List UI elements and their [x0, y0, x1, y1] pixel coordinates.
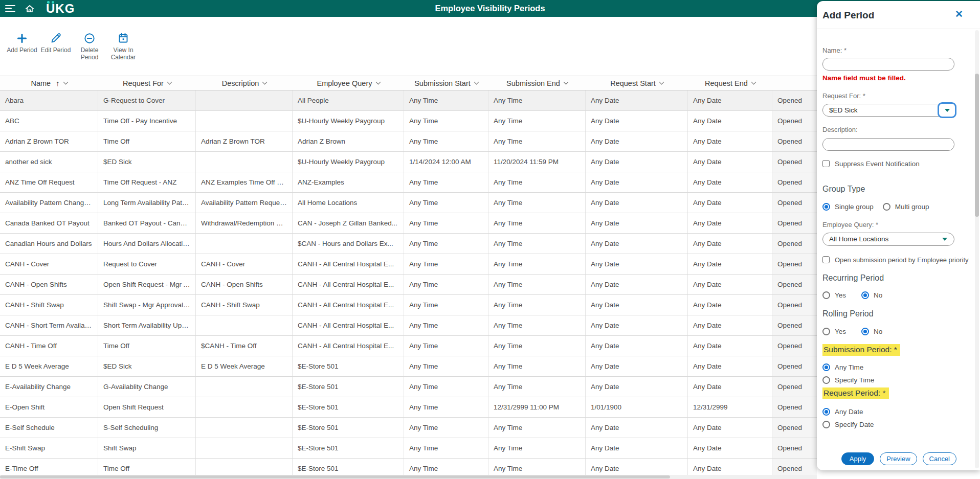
table-row[interactable]: E-Self ScheduleS-Self Scheduling$E-Store…	[0, 418, 817, 438]
column-header-description[interactable]: Description	[196, 76, 293, 90]
any-date-radio[interactable]	[822, 408, 830, 416]
chevron-down-icon[interactable]	[167, 79, 172, 84]
add-period-button[interactable]: Add Period	[6, 32, 38, 61]
panel-scrollbar[interactable]	[975, 30, 979, 468]
table-row[interactable]: E-Open ShiftOpen Shift Request$E-Store 5…	[0, 397, 817, 418]
table-cell: Any Time	[488, 111, 586, 131]
sort-ascending-icon: ↑	[56, 79, 60, 87]
suppress-event-notification-checkbox[interactable]	[822, 160, 830, 167]
name-field[interactable]	[822, 58, 954, 71]
any-time-radio[interactable]	[822, 363, 830, 371]
request-for-dropdown-button[interactable]	[938, 102, 956, 118]
table-cell: $ED Sick	[98, 152, 196, 172]
recurring-no-radio[interactable]	[861, 291, 869, 299]
table-row[interactable]: Canada Banked OT PayoutBanked OT Payout …	[0, 213, 817, 234]
table-row[interactable]: E-Availability ChangeG-Availablity Chang…	[0, 377, 817, 397]
specify-time-radio[interactable]	[822, 376, 830, 384]
edit-period-button[interactable]: Edit Period	[40, 32, 72, 61]
employee-query-dropdown[interactable]: All Home Locations	[822, 233, 954, 246]
table-cell: 12/31/2999	[688, 397, 772, 417]
rolling-yes-radio[interactable]	[822, 328, 830, 335]
chevron-down-icon[interactable]	[375, 79, 381, 84]
table-row[interactable]: ABCTime Off - Pay Incentive$U-Hourly Wee…	[0, 111, 817, 131]
table-cell: Any Date	[586, 152, 688, 172]
table-row[interactable]: Canadian Hours and DollarsHours And Doll…	[0, 234, 817, 254]
table-row[interactable]: Adrian Z Brown TORTime OffAdrian Z Brown…	[0, 131, 817, 152]
group-type-heading: Group Type	[822, 184, 960, 194]
apply-button[interactable]: Apply	[841, 452, 875, 465]
table-cell: ANZ Time Off Request	[0, 172, 98, 192]
table-row[interactable]: Availability Pattern Change R...Long Ter…	[0, 193, 817, 213]
table-row[interactable]: E-Shift SwapShift Swap$E-Store 501Any Ti…	[0, 438, 817, 459]
table-cell: Opened	[772, 418, 817, 438]
table-row[interactable]: CANH - CoverRequest to CoverCANH - Cover…	[0, 254, 817, 275]
preview-button[interactable]: Preview	[880, 452, 917, 465]
table-row[interactable]: AbaraG-Request to CoverAll PeopleAny Tim…	[0, 90, 817, 111]
table-cell: Any Date	[586, 438, 688, 458]
table-cell: Any Time	[404, 356, 488, 376]
multi-group-radio[interactable]	[883, 203, 890, 211]
table-row[interactable]: CANH - Shift SwapShift Swap - Mgr Approv…	[0, 295, 817, 315]
column-header-request-start[interactable]: Request Start	[586, 76, 688, 90]
table-cell: Adrian Z Brown	[293, 131, 404, 151]
table-cell: Any Date	[688, 213, 772, 233]
table-cell: ANZ Examples Time Off Req...	[196, 172, 293, 192]
table-row[interactable]: CANH - Short Term AvailabilityShort Term…	[0, 315, 817, 336]
table-cell: Any Date	[688, 172, 772, 192]
column-label: Submission End	[506, 79, 560, 87]
employee-query-value: All Home Locations	[823, 233, 954, 245]
table-cell: Any Date	[586, 336, 688, 356]
table-cell: Any Time	[488, 193, 586, 213]
table-row[interactable]: E-Time OffTime Off$E-Store 501Any TimeAn…	[0, 459, 817, 475]
column-header-name[interactable]: Name↑	[0, 76, 98, 90]
rolling-no-radio[interactable]	[861, 328, 869, 335]
description-field[interactable]	[822, 138, 954, 151]
table-cell: Any Date	[586, 254, 688, 274]
close-icon[interactable]: ✕	[955, 9, 963, 19]
chevron-down-icon[interactable]	[563, 79, 568, 84]
horizontal-scrollbar[interactable]	[0, 475, 817, 479]
column-header-request-end[interactable]: Request End	[688, 76, 772, 90]
table-cell: Any Time	[488, 234, 586, 254]
table-cell: Shift Swap - Mgr Approval - C...	[98, 295, 196, 315]
table-row[interactable]: CANH - Open ShiftsOpen Shift Request - M…	[0, 275, 817, 295]
delete-period-button[interactable]: Delete Period	[74, 32, 105, 61]
panel-scrollbar-thumb[interactable]	[975, 74, 979, 217]
column-header-submission-start[interactable]: Submission Start	[404, 76, 488, 90]
table-cell	[196, 90, 293, 110]
table-cell: Any Date	[688, 152, 772, 172]
request-for-value[interactable]: $ED Sick	[822, 104, 954, 117]
table-cell: CANH - All Central Hospital E...	[293, 336, 404, 356]
table-cell: CANH - Shift Swap	[0, 295, 98, 315]
table-cell: $E-Store 501	[293, 459, 404, 475]
chevron-down-icon[interactable]	[474, 79, 479, 84]
chevron-down-icon[interactable]	[659, 79, 664, 84]
table-cell: Any Date	[688, 111, 772, 131]
horizontal-scrollbar-thumb[interactable]	[0, 475, 670, 478]
table-row[interactable]: CANH - Time OffTime Off$CANH - Time OffC…	[0, 336, 817, 356]
submission-period-heading: Submission Period: *	[822, 344, 900, 356]
cancel-button[interactable]: Cancel	[923, 452, 956, 465]
table-cell: CANH - All Central Hospital E...	[293, 254, 404, 274]
chevron-down-icon[interactable]	[751, 79, 756, 84]
table-cell: Opened	[772, 377, 817, 397]
table-cell: Any Time	[404, 193, 488, 213]
recurring-yes-radio[interactable]	[822, 291, 830, 299]
table-header-row: Name↑Request ForDescriptionEmployee Quer…	[0, 76, 817, 90]
column-header-submission-end[interactable]: Submission End	[488, 76, 586, 90]
specify-date-radio[interactable]	[822, 421, 830, 428]
table-cell: ABC	[0, 111, 98, 131]
single-group-radio[interactable]	[822, 203, 830, 211]
view-in-calendar-button[interactable]: View In Calendar	[107, 32, 139, 61]
column-header-request-for[interactable]: Request For	[98, 76, 196, 90]
chevron-down-icon[interactable]	[63, 79, 68, 84]
table-cell: Any Date	[688, 418, 772, 438]
chevron-down-icon[interactable]	[262, 79, 268, 84]
table-cell: CANH - Short Term Availability	[0, 315, 98, 335]
open-submission-priority-checkbox[interactable]	[822, 256, 830, 263]
column-header-employee-query[interactable]: Employee Query	[293, 76, 404, 90]
table-cell: Opened	[772, 193, 817, 213]
table-row[interactable]: ANZ Time Off RequestTime Off Request - A…	[0, 172, 817, 193]
table-row[interactable]: another ed sick$ED Sick$U-Hourly Weekly …	[0, 152, 817, 172]
table-row[interactable]: E D 5 Week Average$ED SickE D 5 Week Ave…	[0, 356, 817, 377]
